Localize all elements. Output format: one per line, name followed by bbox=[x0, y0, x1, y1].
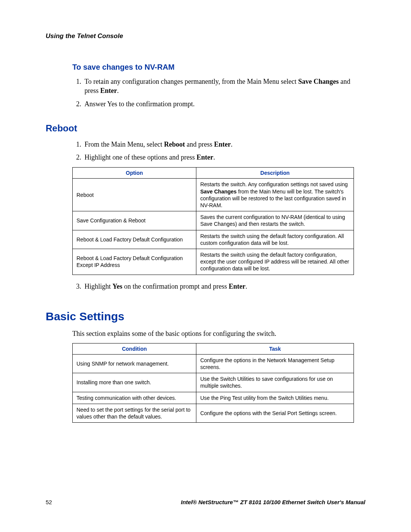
col-header-description: Description bbox=[196, 168, 354, 179]
cell-condition: Installing more than one switch. bbox=[73, 373, 196, 392]
col-header-condition: Condition bbox=[73, 343, 196, 354]
bold-text: Save Changes bbox=[200, 189, 237, 195]
list-item: From the Main Menu, select Reboot and pr… bbox=[83, 140, 365, 149]
reboot-options-table: Option Description Reboot Restarts the s… bbox=[72, 167, 354, 275]
cell-description: Restarts the switch using the default fa… bbox=[196, 230, 354, 249]
subsection-title-save-nvram: To save changes to NV-RAM bbox=[72, 63, 365, 72]
table-row: Reboot & Load Factory Default Configurat… bbox=[73, 249, 354, 275]
cell-description: Restarts the switch using the default fa… bbox=[196, 249, 354, 275]
bold-text: Reboot bbox=[164, 141, 185, 148]
table-header-row: Condition Task bbox=[73, 343, 354, 354]
bold-text: Enter bbox=[100, 87, 117, 94]
table-row: Save Configuration & Reboot Saves the cu… bbox=[73, 211, 354, 230]
bold-text: Enter bbox=[196, 153, 213, 161]
step-text: Highlight bbox=[84, 283, 113, 290]
step-text: . bbox=[231, 141, 233, 148]
cell-text: Restarts the switch. Any configuration s… bbox=[200, 181, 348, 187]
cell-description: Saves the current configuration to NV-RA… bbox=[196, 211, 354, 230]
step-text: and press bbox=[185, 141, 214, 148]
basic-settings-table: Condition Task Using SNMP for network ma… bbox=[72, 343, 354, 423]
cell-option: Reboot & Load Factory Default Configurat… bbox=[73, 249, 196, 275]
bold-text: Save Changes bbox=[298, 78, 339, 85]
list-item: To retain any configuration changes perm… bbox=[83, 77, 365, 96]
table-row: Reboot & Load Factory Default Configurat… bbox=[73, 230, 354, 249]
cell-option: Reboot & Load Factory Default Configurat… bbox=[73, 230, 196, 249]
cell-task: Use the Ping Test utility from the Switc… bbox=[196, 392, 354, 404]
section-title-basic-settings: Basic Settings bbox=[46, 310, 365, 323]
step-text: . bbox=[245, 283, 247, 290]
manual-title: Intel® NetStructure™ ZT 8101 10/100 Ethe… bbox=[181, 499, 365, 505]
cell-option: Reboot bbox=[73, 179, 196, 211]
step-text: . bbox=[213, 153, 215, 161]
page-number: 52 bbox=[46, 499, 52, 505]
step-text: on the confirmation prompt and press bbox=[123, 283, 229, 290]
table-row: Reboot Restarts the switch. Any configur… bbox=[73, 179, 354, 211]
basic-settings-intro: This section explains some of the basic … bbox=[72, 330, 365, 338]
table-row: Testing communication with other devices… bbox=[73, 392, 354, 404]
table-header-row: Option Description bbox=[73, 168, 354, 179]
bold-text: Enter bbox=[214, 141, 231, 148]
save-nvram-steps: To retain any configuration changes perm… bbox=[72, 77, 365, 109]
cell-condition: Using SNMP for network management. bbox=[73, 354, 196, 373]
section-title-reboot: Reboot bbox=[46, 123, 365, 134]
page-footer: 52 Intel® NetStructure™ ZT 8101 10/100 E… bbox=[46, 499, 365, 505]
table-row: Using SNMP for network management. Confi… bbox=[73, 354, 354, 373]
step-text: . bbox=[117, 87, 119, 94]
col-header-option: Option bbox=[73, 168, 196, 179]
cell-condition: Testing communication with other devices… bbox=[73, 392, 196, 404]
cell-option: Save Configuration & Reboot bbox=[73, 211, 196, 230]
bold-text: Yes bbox=[113, 283, 123, 290]
reboot-steps: From the Main Menu, select Reboot and pr… bbox=[72, 140, 365, 162]
bold-text: Enter bbox=[229, 283, 245, 290]
reboot-steps-cont: Highlight Yes on the confirmation prompt… bbox=[72, 282, 365, 291]
table-row: Installing more than one switch. Use the… bbox=[73, 373, 354, 392]
list-item: Answer Yes to the confirmation prompt. bbox=[83, 99, 365, 109]
cell-task: Configure the options with the Serial Po… bbox=[196, 404, 354, 422]
page: Using the Telnet Console To save changes… bbox=[0, 0, 411, 532]
cell-task: Use the Switch Utilities to save configu… bbox=[196, 373, 354, 392]
list-item: Highlight Yes on the confirmation prompt… bbox=[83, 282, 365, 291]
step-text: Highlight one of these options and press bbox=[84, 153, 196, 161]
cell-task: Configure the options in the Network Man… bbox=[196, 354, 354, 373]
list-item: Highlight one of these options and press… bbox=[83, 153, 365, 162]
table-row: Need to set the port settings for the se… bbox=[73, 404, 354, 422]
cell-description: Restarts the switch. Any configuration s… bbox=[196, 179, 354, 211]
step-text: From the Main Menu, select bbox=[84, 141, 164, 148]
col-header-task: Task bbox=[196, 343, 354, 354]
cell-condition: Need to set the port settings for the se… bbox=[73, 404, 196, 422]
running-head: Using the Telnet Console bbox=[46, 32, 365, 40]
step-text: To retain any configuration changes perm… bbox=[84, 78, 298, 85]
